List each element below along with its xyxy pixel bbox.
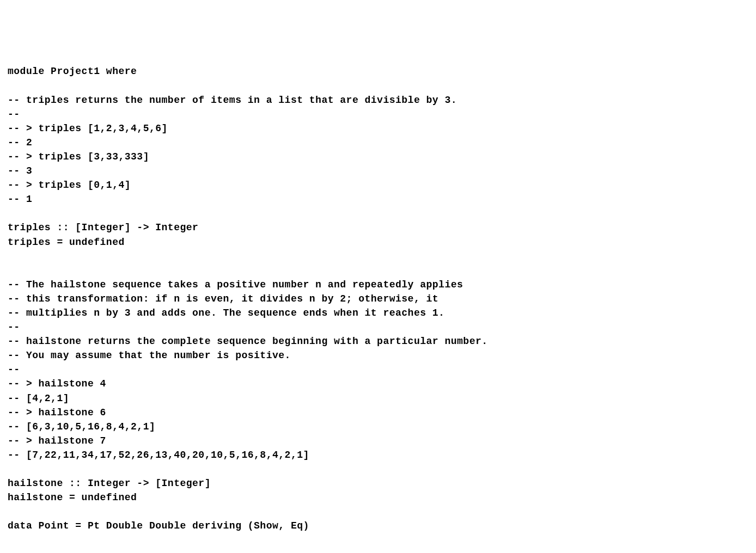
code-line: -- [6,3,10,5,16,8,4,2,1] bbox=[8, 420, 748, 434]
code-line: -- bbox=[8, 107, 748, 121]
code-line: -- 2 bbox=[8, 136, 748, 150]
code-line: -- > triples [1,2,3,4,5,6] bbox=[8, 121, 748, 136]
code-line: -- > hailstone 6 bbox=[8, 405, 748, 420]
code-line: -- [4,2,1] bbox=[8, 391, 748, 405]
code-line bbox=[8, 462, 748, 476]
code-line: -- The hailstone sequence takes a positi… bbox=[8, 278, 748, 292]
code-line: -- > triples [0,1,4] bbox=[8, 178, 748, 192]
code-line: hailstone :: Integer -> [Integer] bbox=[8, 476, 748, 490]
code-block: module Project1 where -- triples returns… bbox=[8, 64, 748, 533]
code-line: hailstone = undefined bbox=[8, 490, 748, 505]
code-line bbox=[8, 263, 748, 278]
code-line: -- > hailstone 4 bbox=[8, 377, 748, 391]
code-line: -- [7,22,11,34,17,52,26,13,40,20,10,5,16… bbox=[8, 448, 748, 462]
code-line bbox=[8, 206, 748, 220]
code-line: triples :: [Integer] -> Integer bbox=[8, 220, 748, 235]
code-line: module Project1 where bbox=[8, 64, 748, 78]
code-line: -- hailstone returns the complete sequen… bbox=[8, 334, 748, 348]
code-line: -- > triples [3,33,333] bbox=[8, 150, 748, 164]
code-line bbox=[8, 78, 748, 93]
code-line: data Point = Pt Double Double deriving (… bbox=[8, 519, 748, 533]
code-line bbox=[8, 249, 748, 263]
code-line bbox=[8, 505, 748, 519]
code-line: -- this transformation: if n is even, it… bbox=[8, 292, 748, 306]
code-line: -- 1 bbox=[8, 192, 748, 206]
code-line: -- bbox=[8, 362, 748, 377]
code-line: -- 3 bbox=[8, 164, 748, 178]
code-line: triples = undefined bbox=[8, 235, 748, 249]
code-line: -- > hailstone 7 bbox=[8, 434, 748, 448]
code-line: -- triples returns the number of items i… bbox=[8, 93, 748, 107]
code-line: -- You may assume that the number is pos… bbox=[8, 348, 748, 362]
code-line: -- multiplies n by 3 and adds one. The s… bbox=[8, 306, 748, 320]
code-line: -- bbox=[8, 320, 748, 334]
